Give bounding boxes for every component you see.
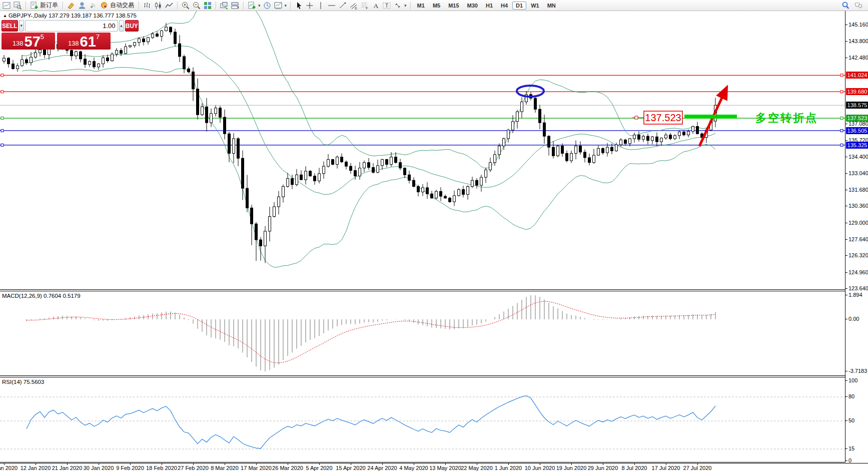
time-axis[interactable]: 2 Jan 202012 Jan 202021 Jan 202030 Jan 2… [0, 463, 868, 472]
sell-button[interactable]: SELL [2, 20, 18, 32]
autotrade-label[interactable]: 自动交易 [110, 1, 134, 10]
signal-icon[interactable] [88, 1, 98, 10]
sell-price-small: 138 [13, 38, 24, 49]
candle-body [669, 135, 672, 139]
macd-pane[interactable]: MACD(12,26,9) 0.7604 0.5179 [0, 291, 845, 376]
price-tick-mark [845, 272, 847, 273]
timeframe-m15-button[interactable]: M15 [445, 2, 462, 10]
timeframe-h1-button[interactable]: H1 [482, 2, 496, 10]
arrow-tools-icon[interactable] [393, 1, 403, 10]
timeframe-h4-button[interactable]: H4 [497, 2, 511, 10]
indicators-add-dropdown-icon[interactable]: ▾ [258, 3, 261, 8]
line-handle[interactable] [840, 74, 843, 77]
clock-icon[interactable] [262, 1, 272, 10]
main-chart-pane[interactable]: 137.523多空转折点 ▲GBPJPY-,Daily 137.279 139.… [0, 11, 845, 290]
line-handle[interactable] [1, 117, 4, 120]
candle-body [471, 180, 474, 186]
candle-body [494, 155, 496, 163]
new-order-label[interactable]: 新订单 [40, 1, 58, 10]
chart-template-dropdown-icon[interactable]: ▾ [285, 3, 287, 8]
new-order-icon[interactable] [29, 1, 39, 10]
price-level-badge: 138.575 [846, 102, 868, 109]
styles-brush-icon[interactable] [66, 1, 76, 10]
line-handle[interactable] [840, 129, 843, 132]
rsi-canvas[interactable] [0, 377, 845, 462]
profile-icon[interactable] [77, 1, 87, 10]
autotrade-icon[interactable] [99, 1, 109, 10]
timeframe-m30-button[interactable]: M30 [464, 2, 481, 10]
price-chart-canvas[interactable]: 137.523多空转折点 [0, 11, 845, 289]
volume-up-stepper[interactable]: ▲ [119, 20, 124, 32]
fibonacci-icon[interactable]: F [360, 1, 370, 10]
date-label: 27 Feb 2020 [178, 465, 209, 471]
price-tick-label: 126.320 [848, 252, 868, 258]
candle-body [341, 157, 343, 162]
vertical-line-icon[interactable] [316, 1, 326, 10]
chart-bars-icon[interactable] [142, 1, 152, 10]
candle-body [602, 149, 604, 153]
text-label-icon[interactable]: T [382, 1, 392, 10]
bollinger-middle-band [22, 46, 715, 195]
indicators-add-icon[interactable] [247, 1, 257, 10]
horizontal-line-icon[interactable] [327, 1, 337, 10]
macd-canvas[interactable] [0, 291, 845, 375]
zoom-in-icon[interactable] [181, 1, 191, 10]
rsi-line [27, 395, 715, 448]
macd-tick-mark [845, 319, 847, 319]
arrange-windows-icon[interactable] [230, 1, 240, 10]
chart-line-icon[interactable] [164, 1, 174, 10]
line-handle[interactable] [1, 91, 4, 93]
line-handle[interactable] [1, 74, 4, 77]
cascade-windows-icon[interactable] [219, 1, 229, 10]
candle-body [372, 168, 375, 173]
charts-window-icon[interactable] [2, 1, 12, 10]
candle-body [692, 127, 694, 132]
price-level-badge: 137.523 [846, 115, 868, 122]
tile-windows-icon[interactable] [203, 1, 213, 10]
line-handle[interactable] [840, 91, 843, 93]
equidistant-channel-icon[interactable]: E [349, 1, 359, 10]
crosshair-icon[interactable] [305, 1, 315, 10]
chart-candles-icon[interactable] [153, 1, 163, 10]
timeframe-m5-button[interactable]: M5 [429, 2, 444, 10]
price-annotation-text: 137.523 [645, 112, 681, 123]
sell-price-tile[interactable]: 138 57 5 [2, 33, 55, 50]
arrow-tools-dropdown-icon[interactable]: ▾ [404, 3, 407, 8]
buy-price-tile[interactable]: 138 61 7 [57, 33, 111, 50]
timeframe-mn-button[interactable]: MN [544, 2, 559, 10]
text-icon[interactable]: A [371, 1, 381, 10]
green-level-bar[interactable] [684, 115, 737, 119]
trendline-icon[interactable] [338, 1, 348, 10]
timeframe-m1-button[interactable]: M1 [414, 2, 428, 10]
chart-template-icon[interactable] [273, 1, 283, 10]
price-axis[interactable]: 145.160143.800142.480137.080135.720134.4… [845, 11, 868, 462]
timeframe-w1-button[interactable]: W1 [527, 2, 543, 10]
candle-body [305, 171, 307, 180]
price-box-anchor[interactable] [635, 116, 638, 119]
chat-icon[interactable] [853, 1, 863, 10]
candle-body [566, 153, 568, 161]
price-tick-label: 131.680 [848, 187, 868, 193]
price-tick-mark [845, 239, 847, 240]
line-handle[interactable] [1, 144, 4, 146]
rsi-pane[interactable]: RSI(14) 75.5603 [0, 377, 845, 462]
candle-body [152, 34, 154, 38]
cursor-icon[interactable] [294, 1, 304, 10]
toolbar-separator [243, 2, 244, 10]
candle-body [44, 50, 46, 55]
date-label: 8 Mar 2020 [211, 465, 239, 471]
timeframe-d1-button[interactable]: D1 [512, 2, 526, 10]
preview-icon[interactable] [13, 1, 23, 10]
volume-input[interactable] [25, 20, 118, 32]
candle-body [143, 39, 145, 42]
candle-body [111, 54, 114, 61]
line-handle[interactable] [840, 117, 843, 120]
line-handle[interactable] [840, 144, 843, 146]
line-handle[interactable] [1, 129, 4, 132]
volume-down-stepper[interactable]: ▼ [19, 20, 24, 32]
zoom-out-icon[interactable] [192, 1, 202, 10]
buy-button[interactable]: BUY [125, 20, 139, 32]
search-icon[interactable] [840, 1, 850, 10]
collapse-panel-icon[interactable]: ▲ [3, 14, 7, 18]
candle-body [3, 58, 6, 61]
